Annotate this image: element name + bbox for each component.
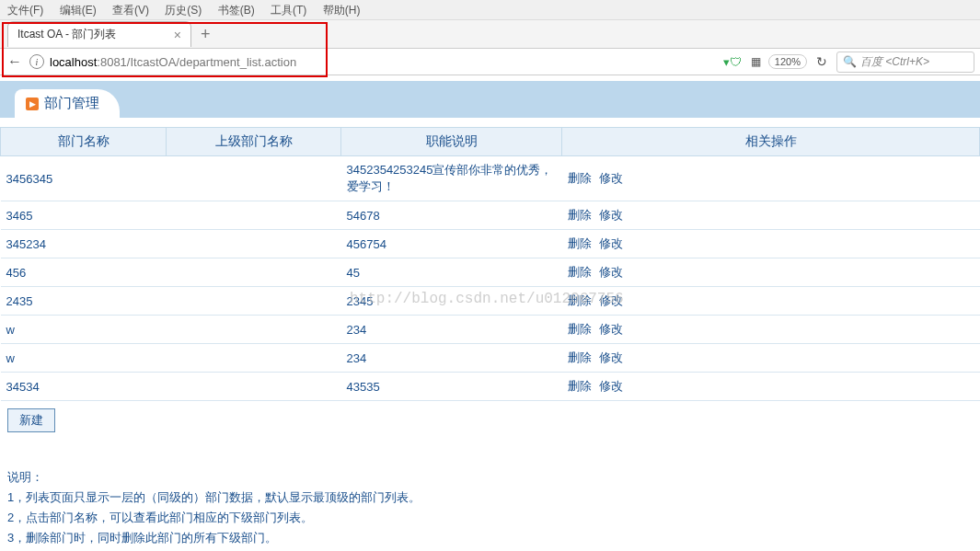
url-path: /ItcastOA/department_list.action [127, 55, 296, 69]
cell-parent [167, 156, 341, 201]
notes-line-1: 1，列表页面只显示一层的（同级的）部门数据，默认显示最顶级的部门列表。 [7, 488, 973, 508]
table-row: 34563453452354253245宣传部你非常的优秀，爱学习！删除修改 [1, 156, 980, 201]
col-desc: 职能说明 [341, 128, 562, 156]
menu-help[interactable]: 帮助(H) [323, 4, 361, 17]
cell-desc: 456754 [341, 230, 562, 258]
menu-view[interactable]: 查看(V) [112, 4, 149, 17]
reload-button[interactable]: ↻ [816, 54, 827, 69]
menu-history[interactable]: 历史(S) [165, 4, 202, 17]
cell-parent [167, 316, 341, 344]
delete-link[interactable]: 删除 [568, 208, 592, 222]
edit-link[interactable]: 修改 [599, 208, 623, 222]
tab-strip: Itcast OA - 部门列表 × + [0, 20, 980, 48]
cell-desc: 43535 [341, 373, 562, 401]
delete-link[interactable]: 删除 [568, 265, 592, 279]
cell-ops: 删除修改 [562, 201, 980, 230]
delete-link[interactable]: 删除 [568, 236, 592, 250]
search-box[interactable]: 🔍 百度 <Ctrl+K> [836, 52, 974, 73]
cell-ops: 删除修改 [562, 344, 980, 373]
cell-ops: 删除修改 [562, 287, 980, 316]
menu-bookmarks[interactable]: 书签(B) [218, 4, 255, 17]
cell-desc: 45 [341, 258, 562, 287]
page-title: 部门管理 [44, 95, 99, 112]
cell-name[interactable]: w [1, 316, 167, 344]
search-icon: 🔍 [843, 55, 857, 68]
edit-link[interactable]: 修改 [599, 322, 623, 336]
notes-block: 说明： 1，列表页面只显示一层的（同级的）部门数据，默认显示最顶级的部门列表。 … [7, 467, 973, 548]
delete-link[interactable]: 删除 [568, 171, 592, 185]
browser-menubar: 文件(F) 编辑(E) 查看(V) 历史(S) 书签(B) 工具(T) 帮助(H… [0, 0, 980, 20]
edit-link[interactable]: 修改 [599, 350, 623, 364]
url-bar[interactable]: localhost:8081/ItcastOA/department_list.… [50, 55, 723, 69]
col-ops: 相关操作 [562, 128, 980, 156]
delete-link[interactable]: 删除 [568, 322, 592, 336]
notes-line-3: 3，删除部门时，同时删除此部门的所有下级部门。 [7, 528, 973, 548]
table-row: 345234456754删除修改 [1, 230, 980, 258]
table-row: 45645删除修改 [1, 258, 980, 287]
cell-ops: 删除修改 [562, 373, 980, 401]
cell-name[interactable]: 3465 [1, 201, 167, 230]
cell-parent [167, 230, 341, 258]
zoom-level[interactable]: 120% [768, 54, 807, 69]
url-port: :8081 [97, 55, 127, 69]
cell-desc: 3452354253245宣传部你非常的优秀，爱学习！ [341, 156, 562, 201]
page-title-tab: ▶ 部门管理 [15, 89, 120, 118]
cell-name[interactable]: 456 [1, 258, 167, 287]
cell-desc: 234 [341, 316, 562, 344]
table-row: w234删除修改 [1, 344, 980, 373]
play-icon: ▶ [26, 98, 39, 110]
delete-link[interactable]: 删除 [568, 379, 592, 393]
notes-line-2: 2，点击部门名称，可以查看此部门相应的下级部门列表。 [7, 508, 973, 528]
menu-edit[interactable]: 编辑(E) [60, 4, 97, 17]
site-info-icon[interactable]: i [29, 54, 44, 69]
delete-link[interactable]: 删除 [568, 293, 592, 307]
cell-desc: 54678 [341, 201, 562, 230]
cell-ops: 删除修改 [562, 156, 980, 201]
table-row: 24352345删除修改 [1, 287, 980, 316]
edit-link[interactable]: 修改 [599, 293, 623, 307]
col-parent: 上级部门名称 [167, 128, 341, 156]
cell-parent [167, 201, 341, 230]
cell-ops: 删除修改 [562, 258, 980, 287]
cell-name[interactable]: 2435 [1, 287, 167, 316]
search-placeholder: 百度 <Ctrl+K> [860, 54, 929, 70]
cell-name[interactable]: 3456345 [1, 156, 167, 201]
cell-parent [167, 373, 341, 401]
toolbar-right: ▾🛡 ▦ 120% ↻ 🔍 百度 <Ctrl+K> [723, 52, 974, 73]
edit-link[interactable]: 修改 [599, 171, 623, 185]
edit-link[interactable]: 修改 [599, 236, 623, 250]
cell-name[interactable]: 345234 [1, 230, 167, 258]
menu-tools[interactable]: 工具(T) [271, 4, 306, 17]
cell-parent [167, 344, 341, 373]
url-host: localhost [50, 55, 97, 69]
notes-title: 说明： [7, 467, 973, 488]
tab-title: Itcast OA - 部门列表 [17, 27, 116, 42]
cell-desc: 2345 [341, 287, 562, 316]
shield-icon[interactable]: ▾🛡 [723, 55, 742, 69]
cell-parent [167, 287, 341, 316]
close-tab-icon[interactable]: × [174, 28, 181, 42]
new-tab-button[interactable]: + [201, 26, 211, 42]
cell-ops: 删除修改 [562, 230, 980, 258]
edit-link[interactable]: 修改 [599, 379, 623, 393]
edit-link[interactable]: 修改 [599, 265, 623, 279]
cell-name[interactable]: w [1, 344, 167, 373]
cell-ops: 删除修改 [562, 316, 980, 344]
table-row: 346554678删除修改 [1, 201, 980, 230]
browser-tab[interactable]: Itcast OA - 部门列表 × [7, 21, 191, 47]
menu-file[interactable]: 文件(F) [7, 4, 43, 17]
cell-parent [167, 258, 341, 287]
url-bar-row: ← i localhost:8081/ItcastOA/department_l… [0, 48, 980, 75]
cell-desc: 234 [341, 344, 562, 373]
col-name: 部门名称 [1, 128, 167, 156]
new-button[interactable]: 新建 [7, 408, 55, 432]
qr-icon[interactable]: ▦ [751, 55, 759, 68]
delete-link[interactable]: 删除 [568, 350, 592, 364]
table-row: w234删除修改 [1, 316, 980, 344]
table-row: 3453443535删除修改 [1, 373, 980, 401]
back-button[interactable]: ← [6, 53, 24, 70]
department-table: 部门名称 上级部门名称 职能说明 相关操作 345634534523542532… [0, 127, 980, 401]
page-header-bar: ▶ 部门管理 [0, 81, 980, 118]
cell-name[interactable]: 34534 [1, 373, 167, 401]
